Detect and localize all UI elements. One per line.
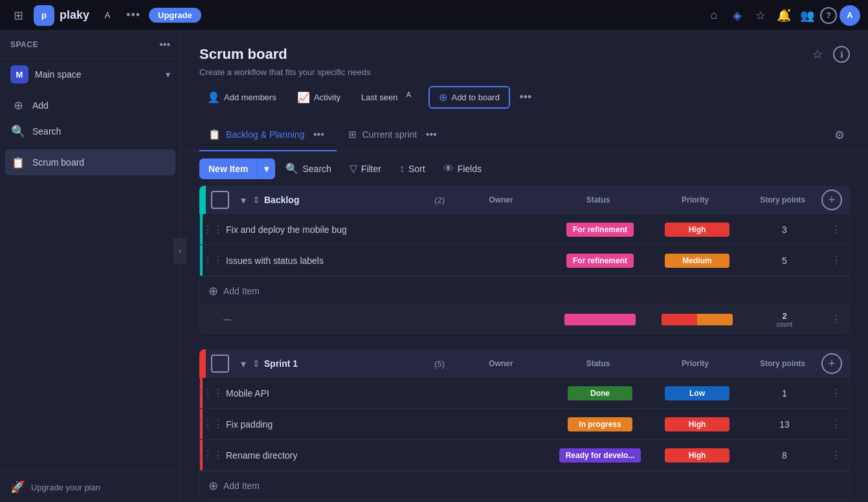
bell-icon[interactable]: 🔔 — [773, 5, 794, 26]
add-action-item[interactable]: ⊕ Add — [5, 93, 175, 118]
activity-icon: 📈 — [297, 91, 310, 104]
row-story-points: 5 — [746, 256, 823, 266]
group-sprint1-add-column-button[interactable]: + — [821, 353, 842, 374]
search-toolbar-button[interactable]: 🔍 Search — [278, 158, 339, 179]
row-drag-handle[interactable]: ⋮⋮ — [203, 387, 223, 399]
row-drag-handle[interactable]: ⋮⋮ — [203, 449, 223, 461]
status-badge[interactable]: In progress — [568, 417, 632, 431]
priority-badge[interactable]: High — [665, 223, 729, 237]
add-to-board-button[interactable]: ⊕ Add to board — [428, 86, 509, 109]
col-header-status-sprint1: Status — [550, 359, 647, 368]
row-status[interactable]: In progress — [551, 417, 649, 431]
summary-row-backlog: — 2 count — [200, 305, 849, 333]
toolbar-row: New Item ▾ 🔍 Search ▽ Filter ↕ Sort 👁 Fi… — [181, 151, 868, 186]
activity-label: Activity — [314, 93, 340, 102]
status-badge[interactable]: For refinement — [566, 223, 634, 237]
sprint-tab-more-icon[interactable]: ••• — [422, 126, 440, 144]
row-name[interactable]: Rename directory — [223, 450, 454, 461]
row-story-points: 3 — [746, 224, 823, 235]
filter-icon: ▽ — [350, 162, 357, 175]
summary-story-backlog: 2 count — [746, 311, 823, 328]
row-priority[interactable]: High — [649, 223, 746, 237]
add-item-row-sprint1[interactable]: ⊕ Add Item — [200, 471, 849, 499]
new-item-dropdown-icon[interactable]: ▾ — [257, 158, 275, 179]
row-status[interactable]: Ready for develo... — [551, 448, 649, 463]
last-seen-button[interactable]: Last seen A — [353, 87, 423, 109]
fields-icon: 👁 — [443, 163, 454, 175]
row-priority[interactable]: High — [649, 417, 746, 431]
row-options-button[interactable]: ⋮ — [823, 449, 849, 461]
priority-badge[interactable]: Medium — [665, 254, 729, 268]
home-icon[interactable]: ⌂ — [704, 5, 724, 26]
group-sprint1-chevron[interactable]: ▾ — [234, 355, 252, 373]
add-members-button[interactable]: 👤 Add members — [199, 87, 284, 107]
search-action-item[interactable]: 🔍 Search — [5, 118, 175, 144]
row-name[interactable]: Issues with status labels — [223, 256, 454, 266]
priority-badge[interactable]: Low — [665, 386, 729, 400]
status-badge[interactable]: Ready for develo... — [559, 448, 641, 463]
row-name[interactable]: Fix padding — [223, 419, 454, 430]
filter-button[interactable]: ▽ Filter — [342, 158, 389, 179]
user-initial-nav[interactable]: A — [97, 5, 118, 26]
sort-button[interactable]: ↕ Sort — [392, 158, 433, 179]
row-status[interactable]: For refinement — [551, 254, 649, 268]
activity-button[interactable]: 📈 Activity — [289, 87, 348, 107]
help-icon[interactable]: ? — [820, 7, 837, 24]
row-drag-handle[interactable]: ⋮⋮ — [203, 254, 223, 267]
row-drag-handle[interactable]: ⋮⋮ — [203, 418, 223, 430]
status-badge[interactable]: Done — [568, 386, 632, 400]
row-options-button[interactable]: ⋮ — [823, 254, 849, 267]
main-space-item[interactable]: M Main space ▾ — [0, 59, 181, 90]
table-row: ⋮⋮ Mobile API Done Low 1 ⋮ — [200, 378, 849, 409]
star-icon[interactable]: ☆ — [750, 5, 771, 26]
board-star-button[interactable]: ☆ — [807, 44, 828, 65]
priority-badge[interactable]: High — [665, 448, 729, 463]
row-priority[interactable]: Medium — [649, 254, 746, 268]
upgrade-button[interactable]: Upgrade — [149, 8, 201, 23]
row-options-button[interactable]: ⋮ — [823, 387, 849, 399]
row-story-points: 13 — [746, 419, 823, 430]
fields-button[interactable]: 👁 Fields — [436, 158, 489, 179]
backlog-tab-icon: 📋 — [208, 129, 221, 140]
col-header-story-sprint1: Story points — [744, 359, 821, 368]
priority-badge[interactable]: High — [665, 417, 729, 431]
board-info-button[interactable]: ℹ — [833, 46, 850, 63]
new-item-button[interactable]: New Item ▾ — [199, 158, 275, 179]
row-options-button[interactable]: ⋮ — [823, 223, 849, 235]
sidebar-item-scrum-board[interactable]: 📋 Scrum board — [5, 149, 175, 175]
row-name[interactable]: Mobile API — [223, 388, 454, 398]
cube-icon[interactable]: ◈ — [727, 5, 748, 26]
group-backlog-add-column-button[interactable]: + — [821, 190, 842, 210]
summary-more-button[interactable]: ⋮ — [823, 313, 849, 325]
group-backlog-chevron[interactable]: ▾ — [234, 191, 252, 209]
more-nav-icon[interactable]: ••• — [123, 5, 144, 26]
grid-icon[interactable]: ⊞ — [8, 5, 28, 26]
group-sprint1-checkbox[interactable] — [211, 355, 229, 373]
row-priority[interactable]: Low — [649, 386, 746, 400]
add-item-row-backlog[interactable]: ⊕ Add Item — [200, 276, 849, 305]
backlog-tab-more-icon[interactable]: ••• — [309, 126, 328, 144]
board-more-button[interactable]: ••• — [515, 87, 536, 108]
people-icon[interactable]: 👥 — [797, 5, 818, 26]
row-status[interactable]: For refinement — [551, 223, 649, 237]
sidebar-footer[interactable]: 🚀 Upgrade your plan — [0, 472, 181, 502]
row-status[interactable]: Done — [551, 386, 649, 400]
group-sprint1-table: ⋮⋮ Mobile API Done Low 1 ⋮ — [199, 378, 850, 500]
status-badge[interactable]: For refinement — [566, 254, 634, 268]
row-drag-handle[interactable]: ⋮⋮ — [203, 223, 223, 235]
user-avatar[interactable]: A — [840, 5, 860, 26]
group-backlog-checkbox[interactable] — [211, 191, 229, 209]
row-options-button[interactable]: ⋮ — [823, 418, 849, 430]
summary-status-bar — [564, 314, 636, 325]
tab-settings-button[interactable]: ⚙ — [829, 125, 850, 146]
search-label: Search — [32, 126, 61, 136]
priority-bar-medium — [697, 314, 733, 325]
board-title-actions: ☆ ℹ — [807, 44, 850, 65]
row-priority[interactable]: High — [649, 448, 746, 463]
sidebar-collapse-handle[interactable]: ‹ — [173, 238, 186, 264]
tab-backlog-planning[interactable]: 📋 Backlog & Planning ••• — [199, 119, 337, 151]
sidebar-more-icon[interactable]: ••• — [159, 39, 170, 50]
row-name[interactable]: Fix and deploy the mobile bug — [223, 224, 454, 235]
tab-current-sprint[interactable]: ⊞ Current sprint ••• — [339, 119, 449, 151]
table-row: ⋮⋮ Issues with status labels For refinem… — [200, 245, 849, 276]
